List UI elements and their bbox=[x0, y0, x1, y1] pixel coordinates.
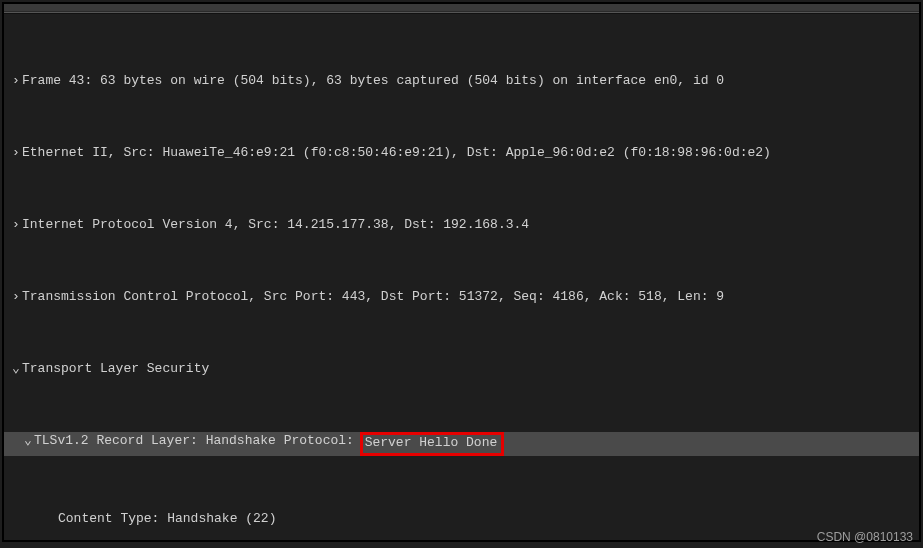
chevron-right-icon[interactable]: › bbox=[10, 72, 22, 90]
tree-row-tls-record[interactable]: ⌄ TLSv1.2 Record Layer: Handshake Protoc… bbox=[4, 432, 919, 456]
tree-label: Transmission Control Protocol, Src Port:… bbox=[22, 288, 724, 306]
tree-row-ip[interactable]: › Internet Protocol Version 4, Src: 14.2… bbox=[4, 216, 919, 234]
chevron-right-icon[interactable]: › bbox=[10, 144, 22, 162]
tree-row-content-type[interactable]: Content Type: Handshake (22) bbox=[4, 510, 919, 528]
watermark: CSDN @0810133 bbox=[817, 530, 913, 544]
highlight-box: Server Hello Done bbox=[360, 432, 505, 456]
packet-details-pane: › Frame 43: 63 bytes on wire (504 bits),… bbox=[2, 2, 921, 542]
chevron-right-icon[interactable]: › bbox=[10, 216, 22, 234]
tree-label: Internet Protocol Version 4, Src: 14.215… bbox=[22, 216, 529, 234]
toolbar-strip bbox=[4, 4, 919, 12]
tree-label: Transport Layer Security bbox=[22, 360, 209, 378]
tree-label-prefix: TLSv1.2 Record Layer: Handshake Protocol… bbox=[34, 432, 362, 450]
tree-row-tcp[interactable]: › Transmission Control Protocol, Src Por… bbox=[4, 288, 919, 306]
tree-label-boxed: Server Hello Done bbox=[365, 435, 498, 450]
chevron-down-icon[interactable]: ⌄ bbox=[22, 432, 34, 450]
tree-row-frame[interactable]: › Frame 43: 63 bytes on wire (504 bits),… bbox=[4, 72, 919, 90]
chevron-down-icon[interactable]: ⌄ bbox=[10, 360, 22, 378]
tree-label: Ethernet II, Src: HuaweiTe_46:e9:21 (f0:… bbox=[22, 144, 771, 162]
protocol-tree[interactable]: › Frame 43: 63 bytes on wire (504 bits),… bbox=[4, 14, 919, 542]
tree-label: Content Type: Handshake (22) bbox=[58, 510, 276, 528]
tree-row-tls[interactable]: ⌄ Transport Layer Security bbox=[4, 360, 919, 378]
tree-label: Frame 43: 63 bytes on wire (504 bits), 6… bbox=[22, 72, 724, 90]
tree-row-ethernet[interactable]: › Ethernet II, Src: HuaweiTe_46:e9:21 (f… bbox=[4, 144, 919, 162]
chevron-right-icon[interactable]: › bbox=[10, 288, 22, 306]
